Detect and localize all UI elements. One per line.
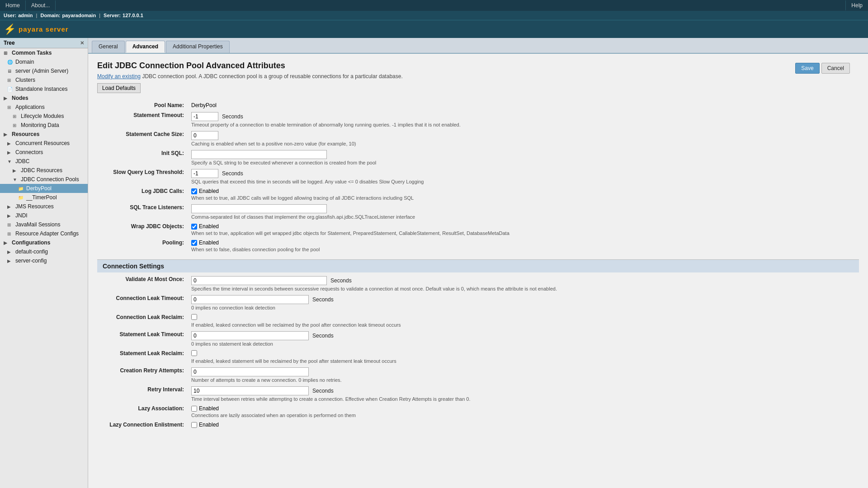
creation-retry-attempts-field: Number of attempts to create a new conne… xyxy=(188,366,859,385)
sidebar-item-server[interactable]: 🖥 server (Admin Server) xyxy=(0,66,88,75)
slow-query-field: Seconds SQL queries that exceed this tim… xyxy=(188,167,859,186)
description-rest: JDBC connection pool. A JDBC connection … xyxy=(142,73,402,80)
statement-leak-reclaim-checkbox[interactable] xyxy=(191,350,197,356)
sql-trace-listeners-hint: Comma-separated list of classes that imp… xyxy=(191,213,855,220)
derbypool-icon: 📁 xyxy=(18,186,24,191)
about-tab[interactable]: About... xyxy=(26,0,56,10)
sidebar-item-clusters[interactable]: ⊞ Clusters xyxy=(0,75,88,84)
init-sql-input[interactable] xyxy=(191,150,327,159)
retry-interval-input[interactable] xyxy=(191,386,309,395)
sidebar-item-applications[interactable]: ⊞ Applications xyxy=(0,103,88,112)
sql-trace-listeners-input[interactable] xyxy=(191,204,327,213)
init-sql-field: Specify a SQL string to be executed when… xyxy=(188,148,859,167)
connection-leak-reclaim-checkbox[interactable] xyxy=(191,314,197,320)
lazy-association-checkbox[interactable] xyxy=(191,406,197,412)
lazy-connection-enlistment-checkbox[interactable] xyxy=(191,422,197,428)
connection-leak-reclaim-hint: If enabled, leaked connection will be re… xyxy=(191,321,855,328)
sidebar-item-concurrent[interactable]: ▶ Concurrent Resources xyxy=(0,139,88,148)
sidebar-label-timerpool: __TimerPool xyxy=(26,194,57,201)
save-button[interactable]: Save xyxy=(795,63,819,74)
log-jdbc-calls-checkbox-label: Enabled xyxy=(191,188,855,194)
statement-timeout-label: Statement Timeout: xyxy=(97,110,188,129)
sidebar-close[interactable]: ✕ xyxy=(80,40,84,46)
sidebar-item-derbypool[interactable]: 📁 DerbyPool xyxy=(0,184,88,193)
statement-cache-size-hint: Caching is enabled when set to a positiv… xyxy=(191,140,855,146)
javamail-icon: ⊞ xyxy=(7,222,14,227)
pool-name-row: Pool Name: DerbyPool xyxy=(97,100,859,110)
sidebar-item-resources[interactable]: ▶ Resources xyxy=(0,130,88,139)
sidebar-label-default-config: default-config xyxy=(15,249,48,255)
validate-at-most-once-input[interactable] xyxy=(191,276,327,285)
sidebar-label-server: server (Admin Server) xyxy=(15,68,68,74)
modify-link[interactable]: Modify an existing xyxy=(97,73,141,80)
pool-name-label: Pool Name: xyxy=(97,100,188,110)
form-table: Pool Name: DerbyPool Statement Timeout: … xyxy=(97,100,859,254)
statement-cache-size-input[interactable] xyxy=(191,131,218,140)
user-value: admin xyxy=(18,13,33,18)
retry-interval-unit: Seconds xyxy=(312,388,334,394)
sidebar-item-default-config[interactable]: ▶ default-config xyxy=(0,247,88,256)
cancel-button[interactable]: Cancel xyxy=(821,63,850,74)
sidebar-item-jdbc-resources[interactable]: ▶ JDBC Resources xyxy=(0,166,88,175)
statement-leak-timeout-unit: Seconds xyxy=(312,333,334,339)
sidebar-item-timerpool[interactable]: 📁 __TimerPool xyxy=(0,193,88,202)
sql-trace-listeners-label: SQL Trace Listeners: xyxy=(97,202,188,221)
validate-at-most-once-row: Validate At Most Once: Seconds Specifies… xyxy=(97,274,859,293)
sidebar-item-jdbc[interactable]: ▼ JDBC xyxy=(0,157,88,166)
wrap-jdbc-objects-checkbox[interactable] xyxy=(191,224,197,230)
connection-leak-timeout-label: Connection Leak Timeout: xyxy=(97,293,188,312)
connection-leak-timeout-field: Seconds 0 implies no connection leak det… xyxy=(188,293,859,312)
slow-query-hint: SQL queries that exceed this time in sec… xyxy=(191,178,855,184)
statement-leak-timeout-input[interactable] xyxy=(191,331,309,340)
home-tab[interactable]: Home xyxy=(0,0,26,10)
validate-at-most-once-label: Validate At Most Once: xyxy=(97,274,188,293)
creation-retry-attempts-input[interactable] xyxy=(191,367,309,376)
load-defaults-button[interactable]: Load Defaults xyxy=(97,83,141,93)
sidebar-item-server-config[interactable]: ▶ server-config xyxy=(0,256,88,265)
tab-bar: General Advanced Additional Properties xyxy=(88,38,868,54)
sidebar-item-rac[interactable]: ⊞ Resource Adapter Configs xyxy=(0,229,88,238)
connection-leak-timeout-input[interactable] xyxy=(191,295,309,304)
log-jdbc-calls-checkbox[interactable] xyxy=(191,188,197,194)
sidebar-item-domain[interactable]: 🌐 Domain xyxy=(0,57,88,66)
sidebar-item-connectors[interactable]: ▶ Connectors xyxy=(0,148,88,157)
pooling-checkbox[interactable] xyxy=(191,240,197,246)
validate-at-most-once-field: Seconds Specifies the time interval in s… xyxy=(188,274,859,293)
sidebar-item-standalone[interactable]: 📄 Standalone Instances xyxy=(0,84,88,94)
sidebar-item-lifecycle[interactable]: ⊞ Lifecycle Modules xyxy=(0,112,88,121)
connection-leak-timeout-row: Connection Leak Timeout: Seconds 0 impli… xyxy=(97,293,859,312)
init-sql-row: Init SQL: Specify a SQL string to be exe… xyxy=(97,148,859,167)
topbar: Home About... Help xyxy=(0,0,868,11)
lazy-connection-enlistment-label: Lazy Connection Enlistment: xyxy=(97,420,188,430)
sidebar-item-jms[interactable]: ▶ JMS Resources xyxy=(0,202,88,211)
help-button[interactable]: Help xyxy=(845,0,868,10)
sidebar-item-monitoring[interactable]: ⊞ Monitoring Data xyxy=(0,121,88,130)
server-label: Server: xyxy=(104,13,121,18)
concurrent-icon: ▶ xyxy=(7,141,14,146)
sidebar-item-jndi[interactable]: ▶ JNDI xyxy=(0,211,88,220)
wrap-jdbc-objects-checkbox-label: Enabled xyxy=(191,223,855,230)
tab-additional-properties[interactable]: Additional Properties xyxy=(166,41,230,53)
slow-query-row: Slow Query Log Threshold: Seconds SQL qu… xyxy=(97,167,859,186)
slow-query-label: Slow Query Log Threshold: xyxy=(97,167,188,186)
lazy-association-hint: Connections are lazily associated when a… xyxy=(191,412,855,418)
sidebar-item-common-tasks[interactable]: ⊞ Common Tasks xyxy=(0,48,88,57)
sidebar-title: Tree xyxy=(4,40,15,46)
config-icon: ▶ xyxy=(4,240,10,245)
lifecycle-icon: ⊞ xyxy=(13,114,19,119)
sidebar-item-javamail[interactable]: ⊞ JavaMail Sessions xyxy=(0,220,88,229)
server-value: 127.0.0.1 xyxy=(123,13,143,18)
creation-retry-attempts-label: Creation Retry Attempts: xyxy=(97,366,188,385)
sidebar-label-jdbc: JDBC xyxy=(15,158,29,164)
statement-timeout-input[interactable] xyxy=(191,112,218,121)
sidebar-label-domain: Domain xyxy=(15,59,34,65)
connection-leak-reclaim-label: Connection Leak Reclaim: xyxy=(97,312,188,329)
slow-query-input[interactable] xyxy=(191,169,218,178)
sidebar-item-configurations[interactable]: ▶ Configurations xyxy=(0,238,88,247)
tab-advanced[interactable]: Advanced xyxy=(126,41,165,53)
sidebar-header: Tree ✕ xyxy=(0,38,88,48)
tab-general[interactable]: General xyxy=(92,41,125,53)
sidebar-item-nodes[interactable]: ▶ Nodes xyxy=(0,94,88,103)
sidebar-label-jdbc-pools: JDBC Connection Pools xyxy=(21,176,79,183)
sidebar-item-jdbc-pools[interactable]: ▼ JDBC Connection Pools xyxy=(0,175,88,184)
